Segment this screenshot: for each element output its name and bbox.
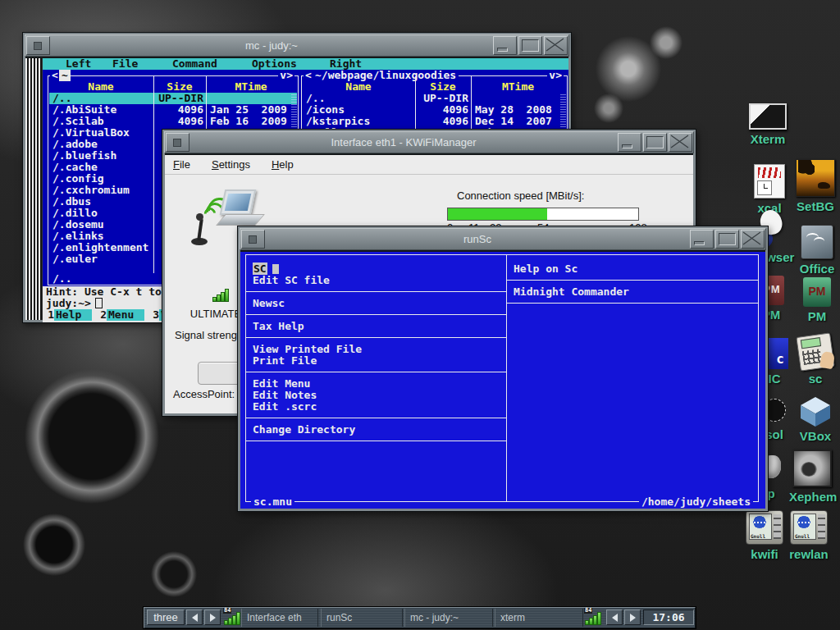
close-button[interactable]	[741, 230, 765, 249]
file-name: /.bluefish	[52, 150, 116, 162]
column-header-mtime[interactable]: MTime	[206, 81, 296, 93]
desktop-icon-xterm[interactable]: Xterm	[745, 103, 791, 146]
rewlan-icon: Gnull	[790, 510, 828, 545]
runsc-window-title: runSc	[266, 233, 689, 245]
office-icon	[801, 225, 833, 259]
desktop-icon-rewlan[interactable]: Gnullrewlan	[786, 510, 832, 561]
file-row[interactable]: /.AbiSuite4096Jan 25 2009	[49, 104, 297, 116]
runsc-item[interactable]: Edit Menu	[253, 378, 503, 390]
window-menu-button[interactable]	[26, 36, 50, 55]
menu-separator	[246, 337, 506, 338]
fkey-help[interactable]: 1Help	[43, 309, 95, 321]
runsc-item[interactable]: Newsc	[253, 298, 503, 309]
task-button-interface-eth[interactable]: Interface eth	[241, 609, 318, 627]
panel-scroll-right[interactable]: v>	[278, 70, 294, 81]
file-size: 4096	[156, 116, 203, 127]
maximize-button[interactable]	[715, 230, 739, 249]
wifi-tray-icon[interactable]: 84	[224, 611, 241, 626]
tray-next-button[interactable]	[624, 609, 641, 625]
task-button-mc-judy-[interactable]: mc - judy:~	[404, 609, 493, 627]
workspace-next-button[interactable]	[204, 609, 221, 625]
xterm-icon	[749, 103, 787, 130]
column-header-name[interactable]: Name	[48, 81, 153, 93]
column-header-name[interactable]: Name	[302, 81, 415, 93]
desktop-icon-xcal[interactable]: xcal	[746, 164, 792, 215]
selected-item: SC	[253, 262, 267, 275]
maximize-button[interactable]	[518, 36, 542, 55]
kwifi-menu-settings[interactable]: Settings	[212, 158, 250, 171]
file-name: /.dillo	[52, 208, 98, 219]
desktop-icon-setbg[interactable]: SetBG	[792, 159, 838, 213]
mc-titlebar[interactable]: mc - judy:~	[25, 34, 569, 57]
task-button-xterm[interactable]: xterm	[495, 609, 583, 627]
signal-badge: 84	[223, 608, 231, 614]
file-name: /.adobe	[52, 139, 98, 150]
mc-menu-options[interactable]: Options	[252, 58, 297, 70]
column-header-size[interactable]: Size	[415, 81, 471, 93]
file-name: /.enlightenment	[52, 242, 148, 253]
mc-menu-command[interactable]: Command	[172, 58, 217, 70]
column-header-mtime[interactable]: MTime	[471, 81, 565, 93]
desktop-icon-kwifi[interactable]: Gnullkwifi	[742, 510, 788, 561]
close-button[interactable]	[669, 133, 692, 152]
tray-prev-button[interactable]	[606, 609, 623, 625]
runsc-item[interactable]: SC	[253, 263, 503, 275]
minimize-button[interactable]	[618, 133, 641, 152]
column-header-size[interactable]: Size	[153, 81, 206, 93]
xcal-icon	[754, 164, 785, 199]
xterm-scrollbar[interactable]	[25, 58, 43, 320]
close-button[interactable]	[544, 36, 568, 55]
fkey-menu[interactable]: 2Menu	[95, 309, 148, 321]
file-row[interactable]: /..UP--DIR	[303, 93, 566, 104]
kwifi-titlebar[interactable]: Interface eth1 - KWiFiManager	[164, 131, 694, 153]
file-row[interactable]: /kstarpics4096Dec 14 2007	[303, 116, 566, 127]
sc-icon	[796, 332, 834, 371]
runsc-item[interactable]: View Printed File	[253, 344, 503, 355]
mc-menu-left[interactable]: Left	[66, 58, 91, 70]
window-menu-button[interactable]	[166, 133, 189, 152]
runsc-titlebar[interactable]: runSc	[240, 228, 766, 250]
mc-menu-file[interactable]: File	[112, 58, 138, 70]
kwifi-window-title: Interface eth1 - KWiFiManager	[190, 136, 617, 148]
runsc-item[interactable]: Midnight Commander	[514, 286, 755, 298]
minimize-button[interactable]	[690, 230, 714, 249]
maximize-button[interactable]	[643, 133, 667, 152]
menu-separator	[246, 372, 506, 372]
task-button-runsc[interactable]: runSc	[321, 609, 403, 627]
mc-menu-right[interactable]: Right	[330, 58, 362, 70]
xephem-label: Xephem	[789, 490, 835, 504]
runsc-item[interactable]: Edit .scrc	[253, 401, 503, 413]
runsc-working-directory: /home/judy/sheets	[639, 496, 753, 508]
pm-green-label: PM	[794, 309, 840, 323]
runsc-item[interactable]: Print File	[253, 355, 503, 367]
progressbar-fill	[448, 208, 547, 220]
desktop-icon-office[interactable]: Office	[794, 225, 840, 276]
minimize-button[interactable]	[493, 36, 517, 55]
kwifi-menu-file[interactable]: File	[173, 158, 190, 171]
file-name: /.elinks	[52, 231, 104, 242]
file-row[interactable]: /.Scilab4096Feb 16 2009	[49, 116, 297, 127]
runsc-menu-file: sc.mnu	[251, 496, 294, 508]
taskbar: three 84 Interface ethrunScmc - judy:~xt…	[144, 607, 696, 628]
desktop-icon-pm-green[interactable]: PMPM	[794, 277, 840, 323]
kwifi-menubar: FileSettingsHelp	[165, 155, 693, 175]
runsc-right-column: Help on ScMidnight Commander	[507, 255, 758, 501]
kwifi-menu-help[interactable]: Help	[272, 158, 294, 171]
workspace-prev-button[interactable]	[186, 609, 203, 625]
runsc-item[interactable]: Tax Help	[253, 321, 503, 332]
runsc-item[interactable]: Edit SC file	[253, 275, 503, 286]
workspace-button[interactable]: three	[147, 609, 185, 625]
wifi-tray-icon[interactable]: 84	[585, 611, 602, 626]
file-mtime: May 28 2008	[475, 104, 552, 116]
window-menu-button[interactable]	[241, 230, 265, 249]
panel-scroll-right[interactable]: v>	[547, 70, 564, 81]
desktop-icon-vbox[interactable]: VBox	[792, 397, 838, 443]
right-arrow-icon	[630, 614, 636, 622]
desktop-icon-sc[interactable]: sc	[792, 335, 838, 386]
desktop-icon-xephem[interactable]: Xephem	[789, 450, 835, 504]
file-row[interactable]: /..UP--DIR	[49, 93, 297, 104]
runsc-item[interactable]: Help on Sc	[514, 263, 755, 275]
runsc-item[interactable]: Change Directory	[253, 424, 503, 436]
runsc-item[interactable]: Edit Notes	[253, 390, 503, 401]
file-row[interactable]: /icons4096May 28 2008	[303, 104, 566, 116]
